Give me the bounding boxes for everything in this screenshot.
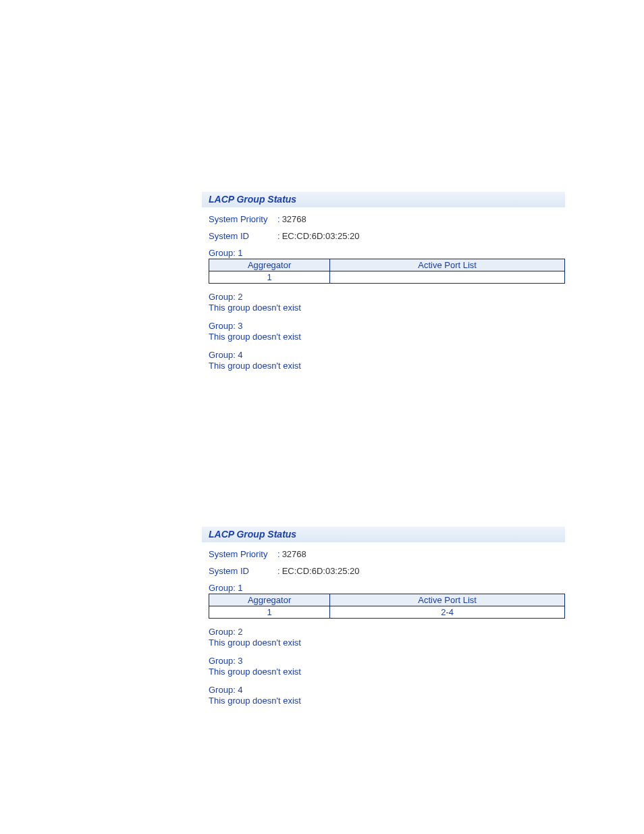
system-priority-value: 32768 — [282, 549, 306, 559]
table-header-row: Aggregator Active Port List — [209, 594, 565, 606]
group-4-msg: This group doesn't exist — [209, 696, 565, 706]
group-1-label: Group: 1 — [202, 248, 565, 258]
separator: : — [277, 214, 280, 224]
group-2-label: Group: 2 — [209, 627, 565, 637]
group-1-label: Group: 1 — [202, 583, 565, 593]
system-id-row: System ID:EC:CD:6D:03:25:20 — [202, 231, 565, 241]
group-3-msg: This group doesn't exist — [209, 667, 565, 677]
table-row: 1 — [209, 271, 565, 284]
header-active-port-list: Active Port List — [330, 594, 565, 606]
header-aggregator: Aggregator — [209, 259, 330, 271]
lacp-panel-1: LACP Group Status System Priority:32768 … — [202, 192, 565, 371]
group-4-block: Group: 4 This group doesn't exist — [202, 685, 565, 706]
table-header-row: Aggregator Active Port List — [209, 259, 565, 271]
group-3-msg: This group doesn't exist — [209, 332, 565, 342]
system-priority-label: System Priority — [209, 214, 277, 224]
group-2-msg: This group doesn't exist — [209, 637, 565, 648]
group-3-block: Group: 3 This group doesn't exist — [202, 656, 565, 677]
system-id-value: EC:CD:6D:03:25:20 — [282, 566, 360, 576]
cell-aggregator: 1 — [209, 271, 330, 284]
group-4-label: Group: 4 — [209, 350, 565, 361]
group-3-label: Group: 3 — [209, 321, 565, 332]
system-priority-label: System Priority — [209, 549, 277, 559]
group-4-label: Group: 4 — [209, 685, 565, 696]
panel-title: LACP Group Status — [202, 192, 565, 207]
system-priority-row: System Priority:32768 — [202, 549, 565, 559]
page: LACP Group Status System Priority:32768 … — [0, 0, 644, 834]
system-priority-row: System Priority:32768 — [202, 214, 565, 224]
header-active-port-list: Active Port List — [330, 259, 565, 271]
system-priority-value: 32768 — [282, 214, 306, 224]
group-2-block: Group: 2 This group doesn't exist — [202, 292, 565, 313]
system-id-value: EC:CD:6D:03:25:20 — [282, 231, 360, 241]
lacp-panel-2: LACP Group Status System Priority:32768 … — [202, 527, 565, 706]
group-1-table: Aggregator Active Port List 1 2-4 — [209, 594, 565, 619]
system-id-label: System ID — [209, 231, 277, 241]
cell-active-port-list: 2-4 — [330, 606, 565, 619]
header-aggregator: Aggregator — [209, 594, 330, 606]
group-4-block: Group: 4 This group doesn't exist — [202, 350, 565, 371]
cell-active-port-list — [330, 271, 565, 284]
separator: : — [277, 231, 280, 241]
group-2-msg: This group doesn't exist — [209, 303, 565, 313]
group-3-block: Group: 3 This group doesn't exist — [202, 321, 565, 342]
group-3-label: Group: 3 — [209, 656, 565, 667]
cell-aggregator: 1 — [209, 606, 330, 619]
group-2-label: Group: 2 — [209, 292, 565, 303]
separator: : — [277, 549, 280, 559]
group-1-table: Aggregator Active Port List 1 — [209, 259, 565, 284]
system-id-label: System ID — [209, 566, 277, 576]
panel-title: LACP Group Status — [202, 527, 565, 542]
separator: : — [277, 566, 280, 576]
table-row: 1 2-4 — [209, 606, 565, 619]
system-id-row: System ID:EC:CD:6D:03:25:20 — [202, 566, 565, 576]
group-2-block: Group: 2 This group doesn't exist — [202, 627, 565, 648]
group-4-msg: This group doesn't exist — [209, 361, 565, 371]
